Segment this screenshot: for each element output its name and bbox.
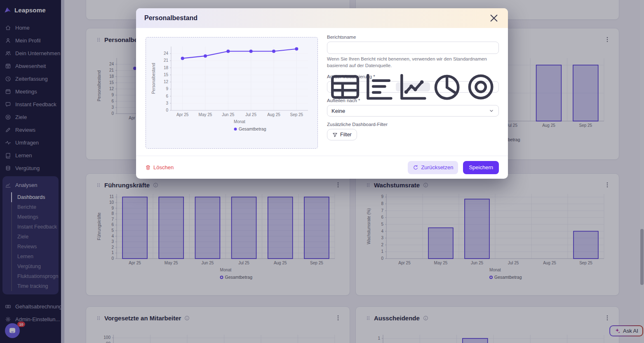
chevron-down-icon: [489, 108, 494, 114]
svg-text:15: 15: [164, 72, 169, 77]
filter-button[interactable]: Filter: [327, 129, 357, 140]
svg-text:Aug 25: Aug 25: [267, 112, 280, 117]
donut-chart-icon: [464, 70, 498, 104]
svg-text:Sep 25: Sep 25: [290, 112, 303, 117]
reset-icon: [413, 165, 418, 170]
bar-chart-option[interactable]: [362, 82, 396, 91]
delete-button-label: Löschen: [153, 164, 174, 170]
reset-button[interactable]: Zurücksetzen: [408, 161, 458, 174]
modal-footer: Löschen Zurücksetzen Speichern: [136, 156, 508, 179]
delete-button[interactable]: Löschen: [145, 164, 174, 170]
app-window: Leapsome HomeMein ProfilDein Unternehmen…: [0, 0, 644, 343]
svg-text:Jul 25: Jul 25: [245, 112, 256, 117]
save-button[interactable]: Speichern: [463, 161, 499, 174]
svg-text:18: 18: [164, 65, 169, 70]
bar-chart-icon: [362, 70, 396, 104]
pie-chart-option[interactable]: [430, 82, 464, 91]
close-icon[interactable]: [488, 12, 500, 24]
funnel-icon: [332, 132, 338, 138]
svg-text:9: 9: [166, 86, 168, 91]
report-name-input[interactable]: [327, 42, 499, 54]
split-by-value: Keine: [331, 108, 345, 114]
svg-text:Gesamtbetrag: Gesamtbetrag: [239, 126, 266, 131]
pie-chart-icon: [430, 70, 464, 104]
donut-chart-option[interactable]: [464, 82, 498, 91]
line-chart-icon: [396, 70, 430, 104]
visualization-type-segmented-control: [327, 81, 499, 93]
svg-text:6: 6: [166, 94, 168, 98]
dashboard-filter-label: Zusätzliche Dashboard-Filter: [327, 122, 499, 127]
line-chart-option[interactable]: [396, 82, 430, 91]
chart-modal-preview: 03691215182124Apr 25May 25Jun 25Jul 25Au…: [150, 42, 314, 137]
table-view-option[interactable]: [328, 82, 362, 91]
filter-button-label: Filter: [340, 132, 352, 138]
svg-text:Apr 25: Apr 25: [176, 112, 189, 117]
report-name-helper: Wenn Sie Ihren Bericht nicht benennen, v…: [327, 56, 499, 69]
svg-text:21: 21: [164, 58, 169, 63]
svg-text:0: 0: [166, 108, 168, 112]
svg-text:12: 12: [164, 79, 169, 84]
modal-header: Personalbestand: [136, 8, 508, 28]
svg-text:May 25: May 25: [199, 112, 212, 117]
report-form: Berichtsname Wenn Sie Ihren Bericht nich…: [327, 35, 499, 140]
edit-report-modal: Personalbestand 03691215182124Apr 25May …: [136, 8, 508, 179]
svg-text:Monat: Monat: [234, 119, 245, 124]
report-preview: 03691215182124Apr 25May 25Jun 25Jul 25Au…: [146, 37, 318, 149]
svg-text:3: 3: [166, 101, 168, 105]
split-by-select[interactable]: Keine: [327, 105, 499, 117]
svg-text:24: 24: [164, 51, 169, 56]
reset-button-label: Zurücksetzen: [421, 164, 453, 170]
report-name-label: Berichtsname: [327, 35, 499, 40]
modal-title: Personalbestand: [144, 14, 197, 22]
svg-text:Personalbestand: Personalbestand: [151, 63, 156, 94]
trash-icon: [145, 165, 151, 170]
svg-text:Jun 25: Jun 25: [222, 112, 234, 117]
